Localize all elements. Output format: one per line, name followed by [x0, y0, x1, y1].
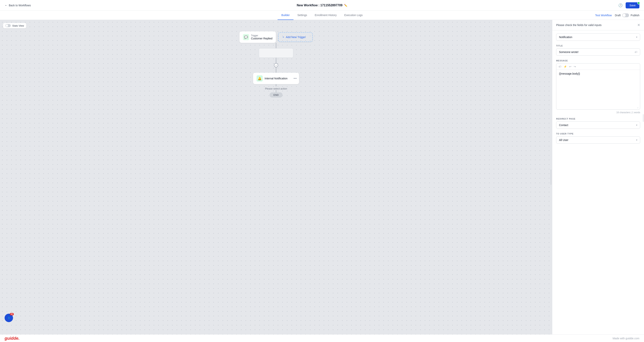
- canvas-scrollbar: [550, 169, 551, 185]
- trigger-info: Trigger Customer Replied: [251, 34, 272, 40]
- notification-badge[interactable]: 👤 63: [4, 314, 13, 322]
- connector-line-4: [276, 84, 276, 86]
- tabs-bar: Builder Settings Enrollment History Exec…: [0, 11, 644, 20]
- back-label: Back to Workflows: [9, 4, 31, 7]
- message-box: 🏷 ⚡ ↩ ↪ {{message.body}} ⌟: [556, 63, 640, 110]
- panel-body: Notification ▾ TITLE 🏷 MESSAGE 🏷 ⚡ ↩ ↪ {: [552, 30, 644, 334]
- stats-toggle-switch[interactable]: [5, 24, 11, 27]
- connector-group-2: Please select action: [265, 84, 287, 92]
- message-toolbar: 🏷 ⚡ ↩ ↪: [556, 63, 640, 70]
- message-field-label: MESSAGE: [556, 59, 640, 62]
- save-button[interactable]: Save: [626, 2, 640, 8]
- edit-icon[interactable]: ✏️: [344, 4, 347, 7]
- main-area: Stats View 💬 Trigger Customer Replied ＋ …: [0, 20, 644, 334]
- back-to-workflows-link[interactable]: ← Back to Workflows: [4, 4, 31, 7]
- message-resize-handle[interactable]: ⌟: [556, 104, 640, 109]
- draft-label: Draft: [615, 14, 621, 17]
- notification-type-value: Notification: [559, 35, 572, 39]
- title-input-wrapper: 🏷: [556, 48, 640, 56]
- stats-toggle-knob: [6, 24, 8, 27]
- tabs-right-actions: Test Workflow Draft Publish: [595, 11, 640, 20]
- draft-toggle-group: Draft Publish: [615, 13, 640, 17]
- action-icon: 🔔: [256, 75, 263, 81]
- redo-toolbar-icon[interactable]: ↪: [574, 65, 576, 68]
- message-template-text: {{message.body}}: [559, 72, 580, 75]
- back-arrow-icon: ←: [4, 4, 8, 7]
- user-type-dropdown-arrow-icon: ▾: [636, 139, 637, 141]
- connector-line-5: [276, 90, 276, 92]
- workflow-nodes: 💬 Trigger Customer Replied ＋ Add New Tri…: [238, 31, 314, 97]
- add-trigger-button[interactable]: ＋ Add New Trigger: [282, 35, 306, 39]
- redirect-page-value: Contact: [559, 124, 568, 127]
- action-info: Internal Notification: [264, 77, 288, 80]
- trigger-label: Trigger: [251, 34, 272, 37]
- publish-label: Publish: [630, 14, 640, 17]
- stats-view-toggle[interactable]: Stats View: [3, 23, 26, 28]
- tab-builder[interactable]: Builder: [278, 11, 294, 20]
- connector-line-1: [276, 43, 276, 48]
- guidde-logo: guidde.: [4, 336, 20, 341]
- redirect-dropdown-arrow-icon: ▾: [636, 124, 637, 126]
- user-type-field-label: TO USER TYPE: [556, 133, 640, 135]
- redirect-page-dropdown[interactable]: Contact ▾: [556, 121, 640, 129]
- connector-line-2: [276, 58, 276, 63]
- notification-type-dropdown[interactable]: Notification ▾: [556, 33, 640, 41]
- please-select-label: Please select action: [265, 87, 287, 90]
- main-tabs: Builder Settings Enrollment History Exec…: [4, 11, 640, 20]
- trigger-row: 💬 Trigger Customer Replied ＋ Add New Tri…: [240, 31, 312, 43]
- trigger-icon: 💬: [243, 34, 249, 40]
- tag-toolbar-icon[interactable]: 🏷: [558, 65, 561, 68]
- top-right-actions: 🕐 Save: [618, 2, 640, 8]
- panel-header: Please check the fields for valid inputs…: [552, 20, 644, 30]
- plus-icon: ＋: [282, 35, 285, 39]
- add-trigger-node[interactable]: ＋ Add New Trigger: [278, 32, 312, 42]
- top-nav: ← Back to Workflows New Workflow : 17115…: [0, 0, 644, 11]
- draft-publish-toggle[interactable]: [622, 13, 629, 17]
- panel-scrollbar: [643, 114, 644, 122]
- panel-close-button[interactable]: ✕: [637, 23, 640, 27]
- end-node: END: [270, 92, 282, 97]
- connector-line-3: [276, 67, 276, 73]
- test-workflow-button[interactable]: Test Workflow: [595, 14, 612, 17]
- made-with-label: Made with guidde.com: [612, 337, 640, 340]
- empty-placeholder-box: [259, 48, 293, 58]
- add-step-button[interactable]: +: [274, 63, 278, 67]
- panel-error-message: Please check the fields for valid inputs: [556, 23, 637, 26]
- workflow-canvas[interactable]: Stats View 💬 Trigger Customer Replied ＋ …: [0, 20, 552, 334]
- connector-group-1: +: [259, 43, 293, 73]
- user-type-dropdown[interactable]: All User ▾: [556, 136, 640, 144]
- user-type-value: All User: [559, 138, 568, 142]
- tag-icon[interactable]: 🏷: [634, 50, 637, 53]
- notification-avatar-icon: 👤: [8, 317, 10, 319]
- right-panel: Please check the fields for valid inputs…: [552, 20, 644, 334]
- redirect-field-label: REDIRECT PAGE: [556, 118, 640, 120]
- add-trigger-label: Add New Trigger: [286, 35, 306, 39]
- action-node[interactable]: 🔔 Internal Notification •••: [253, 73, 299, 84]
- workflow-title-text: New Workflow : 1711552897709: [297, 4, 342, 7]
- tab-execution-logs[interactable]: Execution Logs: [340, 11, 366, 20]
- stats-view-label: Stats View: [12, 24, 24, 27]
- trigger-name: Customer Replied: [251, 37, 272, 40]
- message-content[interactable]: {{message.body}}: [556, 70, 640, 104]
- trigger-node[interactable]: 💬 Trigger Customer Replied: [240, 31, 276, 43]
- tab-enrollment-history[interactable]: Enrollment History: [311, 11, 340, 20]
- workflow-title: New Workflow : 1711552897709 ✏️: [297, 4, 347, 7]
- title-input[interactable]: [559, 50, 634, 53]
- dropdown-arrow-icon: ▾: [636, 36, 637, 38]
- title-field-label: TITLE: [556, 44, 640, 47]
- notification-count: 63: [10, 313, 14, 316]
- history-icon[interactable]: 🕐: [618, 3, 622, 7]
- action-name: Internal Notification: [264, 77, 288, 80]
- bottom-bar: guidde. Made with guidde.com: [0, 334, 644, 342]
- tab-settings[interactable]: Settings: [294, 11, 311, 20]
- action-more-button[interactable]: •••: [294, 77, 297, 80]
- bolt-toolbar-icon[interactable]: ⚡: [564, 65, 567, 68]
- toggle-knob: [622, 14, 626, 17]
- undo-toolbar-icon[interactable]: ↩: [569, 65, 572, 68]
- char-count: 16 characters | 1 words: [556, 111, 640, 114]
